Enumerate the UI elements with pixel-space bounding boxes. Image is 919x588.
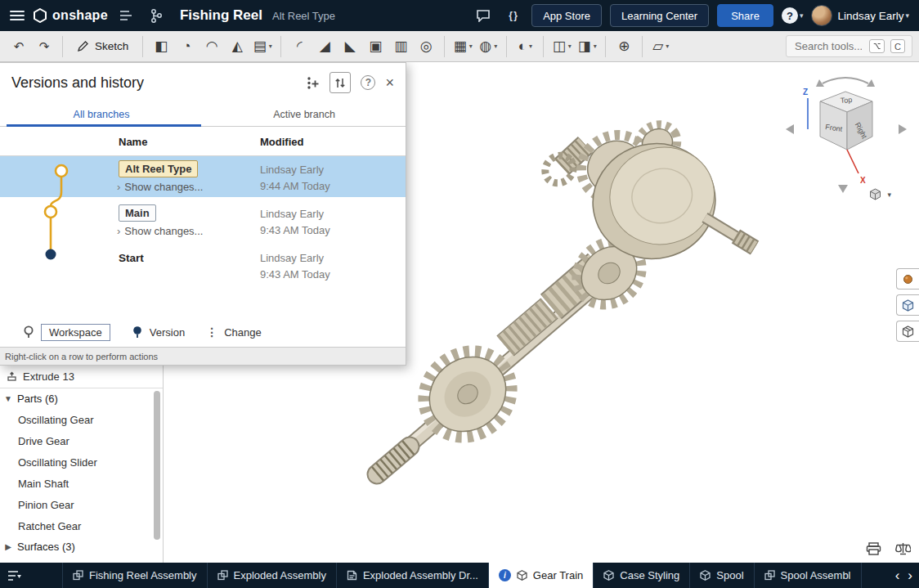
scroll-tabs-right-icon[interactable]: › <box>908 568 912 582</box>
mass-properties-icon[interactable] <box>895 542 911 559</box>
tool-chamfer[interactable]: ◢ <box>312 34 337 59</box>
tool-rib[interactable]: ▥ <box>388 34 413 59</box>
documents-icon[interactable] <box>116 5 137 26</box>
tab-scroll-controls: ‹ › <box>889 563 919 588</box>
tab-active-branch[interactable]: Active branch <box>203 102 406 126</box>
part-item[interactable]: Main Shaft <box>0 473 163 494</box>
tool-linear-pattern[interactable]: ▦▾ <box>451 34 475 59</box>
partstudio-icon <box>603 570 614 581</box>
chevron-down-icon: ▾ <box>269 43 272 50</box>
help-icon[interactable]: ? <box>361 75 375 90</box>
part-item[interactable]: Oscillating Slider <box>0 451 163 473</box>
panel-display-icon[interactable] <box>896 294 919 316</box>
search-tools-field[interactable]: C <box>786 35 912 57</box>
print-icon[interactable] <box>866 542 881 559</box>
tool-draft[interactable]: ◣ <box>338 34 362 59</box>
drawing-icon <box>347 570 357 581</box>
chevron-down-icon: ▾ <box>887 191 891 199</box>
scroll-tabs-left-icon[interactable]: ‹ <box>895 568 900 582</box>
redo-button[interactable]: ↷ <box>32 34 56 59</box>
show-changes-link[interactable]: ›Show changes... <box>117 225 203 237</box>
rotate-down-arrow <box>838 185 848 193</box>
tab-all-branches[interactable]: All branches <box>0 102 203 126</box>
tool-sheet-metal[interactable]: ▱▾ <box>648 34 673 59</box>
versions-icon[interactable] <box>146 5 167 26</box>
featurescript-icon[interactable]: { } <box>502 5 523 26</box>
onshape-logo-icon <box>33 8 47 23</box>
version-node-start <box>46 249 56 260</box>
cube-label-top[interactable]: Top <box>840 96 852 105</box>
feature-item-extrude13[interactable]: Extrude 13 <box>0 366 163 388</box>
tree-group-parts[interactable]: ▼ Parts (6) <box>0 388 163 409</box>
comment-icon[interactable] <box>473 5 494 26</box>
tool-revolve[interactable]: ◔ <box>174 34 199 59</box>
tool-boolean[interactable]: ◐▾ <box>513 34 537 59</box>
part-item[interactable]: Oscillating Gear <box>0 409 163 430</box>
tool-loft[interactable]: ◭ <box>225 34 249 59</box>
tool-fillet[interactable]: ◜ <box>287 34 312 59</box>
part-item[interactable]: Drive Gear <box>0 430 163 451</box>
tool-shell[interactable]: ▣ <box>363 34 388 59</box>
column-name: Name <box>119 136 147 148</box>
add-tab-button[interactable] <box>29 563 54 588</box>
search-tools-input[interactable] <box>793 39 863 53</box>
app-store-button[interactable]: App Store <box>531 4 602 27</box>
tool-thicken[interactable]: ▤▾ <box>250 34 275 59</box>
chevron-down-icon: ▾ <box>469 43 473 50</box>
assembly-icon <box>73 570 83 581</box>
tab-manager-icon[interactable] <box>0 563 29 588</box>
divider <box>142 36 143 57</box>
tab-spool[interactable]: Spool <box>689 563 753 588</box>
create-version-icon[interactable] <box>306 76 320 90</box>
legend-workspace[interactable]: Workspace <box>23 324 110 341</box>
z-axis-label: Z <box>803 88 808 97</box>
legend-version[interactable]: Version <box>132 325 185 339</box>
sketch-button[interactable]: Sketch <box>69 34 137 59</box>
tool-circular-pattern[interactable]: ◍▾ <box>476 34 500 59</box>
tab-exploded-assembly[interactable]: Exploded Assembly <box>207 563 336 588</box>
tab-spool-assembly[interactable]: Spool Assembl <box>754 563 862 588</box>
feature-toolbar: ↶ ↷ Sketch ◧ ◔ ◠ ◭ ▤▾ ◜ ◢ ◣ ▣ ▥ ◎ ▦▾ ◍▾ … <box>0 31 919 62</box>
onshape-logo[interactable]: onshape <box>33 8 108 23</box>
panel-appearance-icon[interactable] <box>896 268 919 290</box>
tool-sweep[interactable]: ◠ <box>199 34 224 59</box>
document-tabs-bar: Fishing Reel Assembly Exploded Assembly … <box>0 563 919 588</box>
panel-tables-icon[interactable] <box>896 321 919 342</box>
tab-case-styling[interactable]: Case Styling <box>593 563 689 588</box>
undo-button[interactable]: ↶ <box>7 34 31 59</box>
tab-exploded-assembly-drawing[interactable]: Exploded Assembly Dr... <box>336 563 488 588</box>
chevron-down-icon: ▾ <box>594 43 597 50</box>
legend-change[interactable]: ⋮ Change <box>206 325 262 339</box>
extrude-icon <box>7 371 17 382</box>
share-button[interactable]: Share <box>717 4 773 27</box>
row-author: Lindsay Early <box>260 164 324 176</box>
main-menu-icon[interactable] <box>10 11 25 20</box>
view-options-menu[interactable]: ▾ <box>869 188 891 200</box>
close-icon[interactable]: × <box>385 75 394 90</box>
user-menu[interactable]: Lindsay Early ▾ <box>811 5 909 26</box>
chevron-down-icon: ▾ <box>800 11 804 20</box>
rotate-right-arrow <box>899 124 907 134</box>
tab-fishing-reel-assembly[interactable]: Fishing Reel Assembly <box>62 563 207 588</box>
tree-group-surfaces[interactable]: ▶ Surfaces (3) <box>0 536 163 557</box>
tool-mate-connector[interactable]: ⊕ <box>612 34 636 59</box>
part-item[interactable]: Pinion Gear <box>0 494 163 515</box>
view-cube[interactable]: Top Front Right Z X ▾ <box>783 69 914 200</box>
compare-versions-icon[interactable] <box>329 72 351 93</box>
tool-split[interactable]: ◫▾ <box>549 34 574 59</box>
tab-gear-train[interactable]: i Gear Train <box>488 563 593 588</box>
assembly-icon <box>764 570 775 581</box>
version-graph <box>0 156 114 295</box>
rotate-left-arrow <box>786 124 794 134</box>
tool-extrude[interactable]: ◧ <box>149 34 173 59</box>
show-changes-link[interactable]: ›Show changes... <box>117 181 203 193</box>
version-name: Start <box>119 252 144 264</box>
info-icon: i <box>499 569 511 581</box>
tool-hole[interactable]: ◎ <box>414 34 438 59</box>
logo-text: onshape <box>52 8 108 23</box>
help-menu[interactable]: ? ▾ <box>782 7 804 24</box>
learning-center-button[interactable]: Learning Center <box>610 4 709 27</box>
part-item[interactable]: Ratchet Gear <box>0 515 163 536</box>
tool-mirror[interactable]: ◨▾ <box>575 34 599 59</box>
tree-scrollbar[interactable] <box>154 391 160 540</box>
